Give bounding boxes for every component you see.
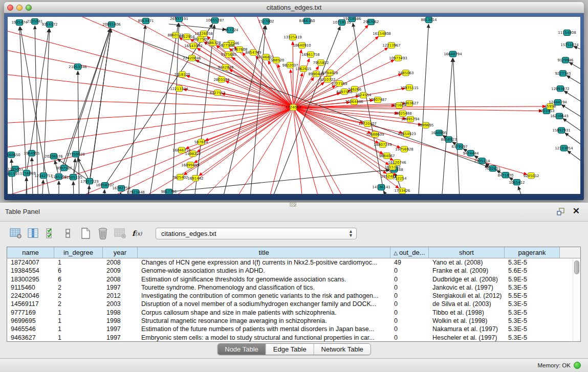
network-canvas[interactable]: 1724067193547421350419354172208914068913… [8,17,580,194]
network-node[interactable]: 8858923 [441,137,456,142]
table-cell[interactable]: 0 [390,309,429,317]
table-cell[interactable]: 5.3E-5 [505,325,560,333]
network-node[interactable]: 8427552 [209,90,225,95]
network-node[interactable]: 7957224 [222,27,238,33]
table-cell[interactable]: 0 [390,292,429,300]
zoom-window-icon[interactable] [26,5,32,11]
row-select-icon[interactable] [44,227,57,240]
close-panel-icon[interactable]: ✕ [573,206,580,216]
table-cell[interactable]: 1 [54,258,103,267]
network-node[interactable]: 8471870 [497,172,513,178]
table-cell[interactable]: Yano et al. (2008) [429,258,505,267]
table-cell[interactable]: Changes of HCN gene expression and I(f) … [138,258,390,267]
network-node[interactable]: 6379197 [451,144,467,149]
table-row[interactable]: 977716911998Corpus callosum shape and si… [7,309,580,317]
network-node[interactable]: 7632621 [485,166,500,171]
network-node[interactable]: 10025488 [394,111,412,116]
table-cell[interactable]: Franke et al. (2009) [429,267,505,275]
table-cell[interactable]: 5.6E-5 [505,267,560,275]
table-cell[interactable]: 5.3E-5 [505,317,560,325]
network-node[interactable]: 11156869 [17,170,36,176]
network-window-titlebar[interactable]: citations_edges.txt [4,2,584,13]
network-node[interactable]: 10807487 [368,97,387,102]
table-cell[interactable]: 9463627 [7,334,54,342]
network-graph[interactable]: 1724067193547421350419354172208914068913… [8,17,580,194]
network-node[interactable]: 13325419 [284,34,302,40]
network-node[interactable]: 821604 [393,102,406,108]
table-cell[interactable]: 0 [390,283,429,292]
delete-column-icon[interactable] [96,227,110,240]
column-header-year[interactable]: year [103,247,138,258]
network-node[interactable]: 9129946 [557,57,573,63]
node-table[interactable]: namein_degreeyeartitle△out_de...shortpag… [7,247,581,342]
column-header-title[interactable]: title [138,247,390,258]
network-node[interactable]: 7955812 [313,60,329,65]
network-node[interactable]: 17359928 [67,151,85,157]
table-cell[interactable]: 0 [390,300,429,308]
network-node[interactable]: 12213967 [382,42,401,48]
network-node[interactable]: 752254 [393,176,407,181]
network-node[interactable]: 9899695 [418,122,433,128]
network-node[interactable]: 6497568 [336,89,352,94]
function-builder-icon[interactable]: f(x) [131,227,144,240]
table-cell[interactable]: 22420046 [7,292,54,300]
table-cell[interactable]: 0 [390,275,429,283]
network-node[interactable]: 1498222 [185,151,201,157]
column-header-pagerank[interactable]: pagerank [505,247,560,258]
merge-rows-icon[interactable] [61,227,75,240]
table-cell[interactable]: Dudbridge et al. (2008) [429,275,505,283]
table-cell[interactable]: Investigating the contribution of common… [138,292,390,300]
table-cell[interactable]: 0 [390,334,429,342]
column-header-out-de[interactable]: △out_de... [390,247,429,258]
table-cell[interactable]: 1998 [103,317,138,325]
network-node[interactable]: 1935474 [11,19,28,25]
table-cell[interactable]: Stergiakouli et al. (2012) [429,292,505,300]
network-node[interactable]: 9227343 [555,71,571,76]
table-cell[interactable]: 1997 [103,283,138,292]
table-row[interactable]: 911546021997Tourette syndrome. Phenomeno… [7,283,580,292]
network-node[interactable]: 10973493 [389,55,407,61]
table-cell[interactable]: 5.3E-5 [505,258,560,267]
table-cell[interactable]: 6 [54,267,103,275]
table-cell[interactable]: 5.3E-5 [505,300,560,308]
network-node[interactable]: 1362615 [295,66,311,72]
network-node[interactable]: 9097587 [56,165,72,171]
network-node[interactable]: 12342757 [34,173,53,179]
new-column-icon[interactable] [79,227,92,240]
network-node[interactable]: 1065412 [509,179,525,185]
tab-node-table[interactable]: Node Table [217,344,266,355]
table-row[interactable]: 946362711997Embryonic stem cells: a mode… [7,334,580,342]
table-cell[interactable]: 5.3E-5 [505,283,560,292]
network-node[interactable]: 1733426 [394,188,410,193]
network-node[interactable]: 1724067 [285,104,301,110]
table-cell[interactable]: 18724007 [7,258,54,267]
table-cell[interactable]: 2 [54,283,103,292]
network-node[interactable]: 9777169 [331,81,347,86]
network-node[interactable]: 15892931 [552,127,571,133]
network-node[interactable]: 2935114 [474,158,490,164]
network-node[interactable]: 2718120 [174,72,190,77]
table-cell[interactable]: de Silva et al. (2003) [429,300,505,308]
column-header-in-degree[interactable]: in_degree [54,247,103,258]
network-node[interactable]: 8454749 [245,50,261,55]
network-node[interactable]: 21053346 [69,64,87,70]
table-cell[interactable]: 1997 [103,334,138,342]
network-node[interactable]: 10688609 [366,132,384,137]
network-node[interactable]: 1815132 [384,164,400,170]
table-cell[interactable]: Genome-wide association studies in ADHD. [138,267,390,275]
network-node[interactable]: 1640995 [431,130,447,136]
table-cell[interactable]: 1997 [103,325,138,333]
network-node[interactable]: 9242848 [217,64,233,70]
network-node[interactable]: 16958107 [96,182,114,188]
table-row[interactable]: 946554611997Estimation of the future num… [7,325,580,333]
column-header-name[interactable]: name [7,247,54,258]
table-options-icon[interactable] [9,227,23,240]
network-node[interactable]: 8813014 [421,17,437,23]
table-row[interactable]: 969969511998Structural magnetic resonanc… [7,317,580,325]
table-cell[interactable]: 5.3E-5 [505,334,560,342]
network-node[interactable]: 16099489 [181,162,200,168]
network-node[interactable]: 3624554 [355,92,372,98]
network-node[interactable]: 11154808 [558,30,576,35]
network-node[interactable]: 2803144 [213,77,230,82]
table-cell[interactable]: 1 [54,309,103,317]
